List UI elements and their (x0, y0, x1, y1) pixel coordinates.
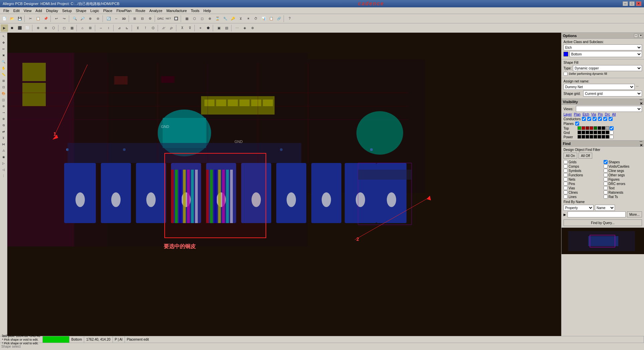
defer-checkbox[interactable] (564, 72, 568, 76)
tb2-pin[interactable]: ⊗ (42, 24, 49, 32)
top-sw6[interactable] (598, 126, 601, 130)
top-sw1[interactable] (578, 126, 581, 130)
cb-grids[interactable] (564, 160, 568, 164)
pwr-sw1[interactable] (578, 135, 581, 139)
cb-vias[interactable] (564, 186, 568, 190)
minimize-button[interactable]: ─ (623, 1, 628, 6)
cond-check3[interactable] (593, 117, 597, 121)
cb-symbols[interactable] (564, 169, 568, 173)
tb2-comp[interactable]: ◻ (60, 24, 68, 32)
tb-zoom-in[interactable]: 🔍 (71, 15, 78, 22)
lt-zoom[interactable]: 🔍 (1, 59, 7, 65)
subclass-select[interactable]: Bottom (570, 51, 642, 57)
tb-extra9[interactable]: ☀ (245, 15, 252, 22)
more-button[interactable]: More... (627, 211, 642, 217)
drc-link[interactable]: Drc (605, 113, 610, 116)
tb2-stop[interactable]: ⏹ (8, 24, 16, 32)
maximize-button[interactable]: □ (629, 1, 635, 6)
options-close[interactable]: ✕ (639, 34, 643, 38)
cb-lines[interactable] (564, 195, 568, 199)
lt-mirror2[interactable]: ⊻ (1, 135, 7, 141)
pwr-sw7[interactable] (602, 135, 605, 139)
gnd-sw4[interactable] (590, 131, 593, 134)
cb-functions[interactable] (564, 173, 568, 177)
tb-undo[interactable]: ↩ (53, 15, 60, 22)
lt-pan[interactable]: ✋ (1, 65, 7, 71)
menu-add[interactable]: Add (33, 8, 44, 13)
gnd-sw2[interactable] (582, 131, 585, 134)
lt-edit[interactable]: ✏ (1, 46, 7, 52)
menu-shape[interactable]: Shape (74, 8, 89, 13)
tb2-text2[interactable]: ⌮ (168, 24, 175, 32)
menu-edit[interactable]: Edit (11, 8, 22, 13)
top-sw7[interactable] (602, 126, 605, 130)
tb2-route[interactable]: ⌂ (79, 24, 86, 32)
tb-grid[interactable]: ⊞ (131, 15, 138, 22)
cb-drc[interactable] (604, 182, 608, 186)
tb2-measure[interactable]: ⊾ (123, 24, 131, 32)
tb-snap[interactable]: ⊟ (139, 15, 146, 22)
pcb-canvas[interactable]: GND GND 1 2 要选中的铜皮 (7, 33, 561, 336)
vis-minimize[interactable]: ─ (640, 98, 643, 102)
gnd-sw5[interactable] (594, 131, 597, 134)
cond-check2[interactable] (587, 117, 591, 121)
cond-check1[interactable] (582, 117, 586, 121)
lt-layer[interactable]: ◫ (1, 97, 7, 103)
cond-check6[interactable] (609, 117, 613, 121)
net-browse[interactable]: ... (636, 84, 642, 90)
lt-net[interactable]: ⊡ (1, 84, 7, 90)
tb-new[interactable]: 📄 (1, 15, 8, 22)
lt-snap[interactable]: ⋈ (1, 141, 7, 147)
gnd-sw3[interactable] (586, 131, 589, 134)
tb-extra3[interactable]: ◻ (198, 15, 206, 22)
cb-text[interactable] (604, 186, 608, 190)
tb-extra1[interactable]: ▦ (183, 15, 190, 22)
tb2-layer[interactable]: ▤ (223, 24, 230, 32)
lt-extra2[interactable]: ◁ (1, 167, 7, 173)
grid-select[interactable]: Current grid (583, 91, 642, 97)
pwr-sw3[interactable] (586, 135, 589, 139)
gnd-sw7[interactable] (602, 131, 605, 134)
tb2-check2[interactable]: ⊽ (186, 24, 193, 32)
cb-nets[interactable] (564, 177, 568, 181)
tb-paste[interactable]: 📌 (42, 15, 49, 22)
top-sw8[interactable] (606, 126, 609, 130)
tb-options[interactable]: ⚙ (146, 15, 154, 22)
tb2-target[interactable]: ◈ (241, 24, 249, 32)
cb-clinesegs[interactable] (604, 169, 608, 173)
menu-display[interactable]: Display (44, 8, 60, 13)
menu-view[interactable]: View (22, 8, 34, 13)
lt-split[interactable]: ⊸ (1, 110, 7, 116)
options-minimize[interactable]: ─ (634, 34, 638, 38)
tb-extra11[interactable]: 📊 (260, 15, 267, 22)
tb2-check1[interactable]: ⊼ (178, 24, 186, 32)
tb-zoom-out[interactable]: 🔎 (79, 15, 86, 22)
net-select[interactable]: Dummy Net (564, 84, 635, 90)
lt-nc2[interactable]: ◉ (1, 154, 7, 160)
cb-ratsnests[interactable] (604, 190, 608, 194)
tb-extra7[interactable]: 🔑 (229, 15, 236, 22)
tb-design-rule[interactable]: DRC (157, 15, 164, 22)
close-button[interactable]: ✕ (636, 1, 641, 6)
gnd-sw6[interactable] (598, 131, 601, 134)
lt-move[interactable]: ✥ (1, 40, 7, 46)
cb-shapes[interactable] (604, 160, 608, 164)
tb2-h-align[interactable]: ↔ (97, 24, 105, 32)
pwr-sw4[interactable] (590, 135, 593, 139)
pwr-vis[interactable] (610, 135, 614, 139)
tb-help[interactable]: ? (286, 15, 293, 22)
lt-add[interactable]: ⊕ (1, 116, 7, 122)
cb-figures[interactable] (604, 177, 608, 181)
tb-3d[interactable]: 3D (120, 15, 128, 22)
tb2-v-align[interactable]: ↕ (105, 24, 112, 32)
tb-extra2[interactable]: ⬡ (191, 15, 198, 22)
tb2-bus[interactable]: ⬜ (24, 24, 31, 32)
menu-manufacture[interactable]: Manufacture (164, 8, 189, 13)
tb-save[interactable]: 💾 (16, 15, 23, 22)
tb2-fanout[interactable]: ⊞ (87, 24, 94, 32)
menu-help[interactable]: Help (201, 8, 213, 13)
tb2-copper3[interactable]: ⌬ (149, 24, 157, 32)
all-off-button[interactable]: All Off (579, 153, 592, 159)
gnd-vis[interactable] (610, 131, 614, 135)
lt-delete[interactable]: ✖ (1, 52, 7, 58)
